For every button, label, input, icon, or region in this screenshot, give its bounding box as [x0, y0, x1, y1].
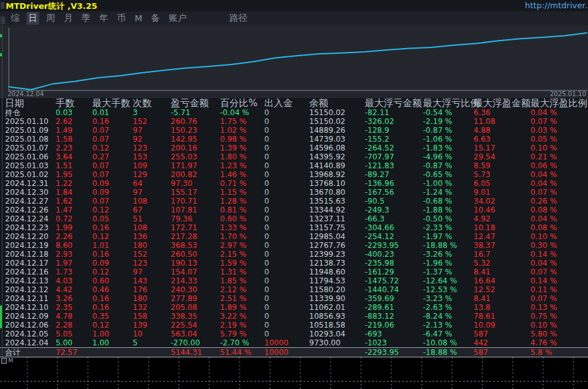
table-row[interactable]: 2024.12.261.470.1267107.810.81 %013344.9… — [0, 206, 588, 214]
col-header: 日期 — [5, 98, 56, 108]
table-row[interactable]: 2024.12.311.220.096497.300.71 %013768.10… — [0, 179, 588, 188]
website-link[interactable]: http://mtdriver. — [525, 1, 587, 10]
table-row[interactable]: 2024.12.055.051.0010563.045.79 %010293.0… — [0, 330, 588, 338]
col-header: 余额 — [309, 98, 365, 108]
cell: -136.96 — [365, 179, 423, 188]
table-row[interactable]: 2024.12.124.420.46176240.302.12 %011580.… — [0, 285, 588, 294]
cell: -2293.95 — [365, 348, 423, 357]
cell: 16.7 — [474, 250, 530, 259]
cell: -128.9 — [365, 126, 423, 135]
col-header: 盈亏金额 — [171, 98, 220, 108]
table-row[interactable]: 2024.12.301.840.0997155.171.15 %013670.8… — [0, 188, 588, 197]
cell: 9730.00 — [309, 338, 365, 347]
cell: -155.2 — [365, 135, 423, 144]
cell: 0.09 — [92, 188, 133, 197]
cell: 2024.12.05 — [5, 330, 56, 338]
equity-line — [9, 33, 587, 90]
cell: -1.00 % — [423, 179, 474, 188]
table-row[interactable]: 2024.12.271.620.07108170.711.28 %013515.… — [0, 197, 588, 206]
menu-item-M[interactable]: M — [133, 13, 144, 24]
cell: 277.89 — [171, 294, 220, 303]
cell: 1.70 % — [220, 232, 264, 241]
cell: 190.13 — [171, 259, 220, 268]
cell: 0.16 — [92, 303, 133, 312]
table-row[interactable]: 2024.12.134.030.60143214.331.85 %011794.… — [0, 276, 588, 285]
cell: 79.36 — [171, 214, 220, 223]
cell: 13768.10 — [309, 179, 365, 188]
cell: 0.13 % — [530, 303, 588, 312]
table-row[interactable]: 2025.01.102.620.16152260.761.75 %015150.… — [0, 117, 588, 126]
table-row[interactable]: 2024.12.102.350.16132205.081.89 %011062.… — [0, 303, 588, 312]
cell: 2.19 % — [220, 321, 264, 330]
cell: 6.63 — [474, 135, 530, 144]
cell: 2024.12.30 — [5, 188, 56, 197]
cell: 0 — [264, 108, 309, 117]
cell: 0 — [264, 268, 309, 276]
cell: -5.71 — [171, 108, 220, 117]
cell: 0.35 — [92, 312, 133, 321]
cell: 2024.12.24 — [5, 214, 56, 223]
table-row[interactable]: 2024.12.182.930.16152260.502.15 %012399.… — [0, 250, 588, 259]
menu-item-综[interactable]: 综 — [9, 12, 21, 25]
table-row[interactable]: 2025.01.091.490.0797150.231.02 %014889.2… — [0, 126, 588, 135]
cell: 0.01 — [92, 108, 133, 117]
cell: 4.88 — [474, 126, 530, 135]
table-row[interactable]: 2024.12.094.780.35158338.353.22 %010856.… — [0, 312, 588, 321]
menu-item-月[interactable]: 月 — [62, 12, 75, 25]
cell: 12985.04 — [309, 232, 365, 241]
table-row[interactable]: 2025.01.063.640.27153255.031.80 %014395.… — [0, 152, 588, 161]
cell: 0.07 % — [530, 294, 588, 303]
table-row[interactable]: 2025.01.021.950.07129200.821.46 %013968.… — [0, 170, 588, 179]
cell: 0.08 % — [530, 223, 588, 232]
cell: 0.71 % — [220, 179, 264, 188]
cell: 2.62 — [56, 117, 92, 126]
cell: -10.08 % — [423, 338, 474, 347]
cell: 持仓 — [5, 108, 56, 117]
cell: 6.36 — [474, 108, 530, 117]
table-row[interactable]: 2025.01.072.230.12123200.161.39 %014596.… — [0, 144, 588, 152]
cell: 12.47 — [474, 232, 530, 241]
table-row[interactable]: 2024.12.113.260.16180277.892.51 %011339.… — [0, 294, 588, 303]
table-row[interactable]: 2025.01.031.510.07109171.971.23 %014140.… — [0, 161, 588, 170]
cell: 0 — [264, 197, 309, 206]
table-row[interactable]: 2024.12.062.280.12139225.542.19 %010518.… — [0, 321, 588, 330]
table-row[interactable]: 2024.12.171.970.09123190.131.59 %012138.… — [0, 259, 588, 268]
cell: 1.46 % — [220, 170, 264, 179]
cell: 2024.12.06 — [5, 321, 56, 330]
table-row[interactable]: 持仓0.030.013-5.71-0.04 %015150.02-82.11-0… — [0, 108, 588, 117]
cell: 97 — [133, 268, 171, 276]
table-row[interactable]: 2024.12.045.001.005-270.00-2.70 %1000097… — [0, 338, 588, 347]
menu-item-路径[interactable]: 路径 — [228, 12, 249, 25]
cell: 0.10 % — [530, 321, 588, 330]
cell: 12767.76 — [309, 241, 365, 250]
col-header: 次数 — [133, 98, 171, 108]
cell: 0.16 — [92, 117, 133, 126]
cell: 123 — [133, 259, 171, 268]
menu-item-备[interactable]: 备 — [149, 12, 162, 25]
cell: 0.21 % — [530, 152, 588, 161]
cell: 4.76 % — [530, 338, 588, 347]
cell: 0.04 % — [530, 214, 588, 223]
cell: 72.57 — [56, 348, 92, 357]
cell: -18.88 % — [423, 348, 474, 357]
cell: 13.8 — [474, 303, 530, 312]
table-row[interactable]: 2024.12.240.720.055179.360.60 %013237.11… — [0, 214, 588, 223]
menu-item-账户[interactable]: 账户 — [167, 12, 188, 25]
cell: 29.54 — [474, 152, 530, 161]
cell: 0.07 % — [530, 268, 588, 276]
minimized-window-icon[interactable] — [1, 358, 7, 364]
table-row[interactable]: 2024.12.202.260.12136217.281.70 %012985.… — [0, 232, 588, 241]
cell: 0.07 — [92, 161, 133, 170]
table-row[interactable]: 2024.12.231.990.16108172.711.33 %013157.… — [0, 223, 588, 232]
cell: -1.96 % — [423, 259, 474, 268]
table-row[interactable]: 2025.01.081.580.0792142.950.98 %014739.0… — [0, 135, 588, 144]
table-row[interactable]: 2024.12.161.730.1297154.071.31 %011948.6… — [0, 268, 588, 276]
menu-item-日[interactable]: 日 — [27, 12, 39, 25]
cell: 6.05 — [474, 179, 530, 188]
menu-item-周[interactable]: 周 — [44, 12, 57, 25]
menu-item-季[interactable]: 季 — [80, 12, 92, 25]
menu-item-年[interactable]: 年 — [97, 12, 110, 25]
table-row[interactable]: 2024.12.198.601.01180368.532.97 %012767.… — [0, 241, 588, 250]
cell: 5.8 % — [530, 348, 588, 357]
menu-item-币[interactable]: 币 — [115, 12, 128, 25]
